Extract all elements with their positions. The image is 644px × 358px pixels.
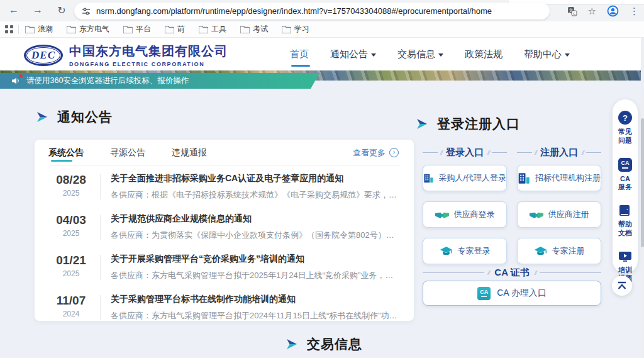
forward-icon[interactable]: → xyxy=(30,3,45,18)
notice-desc: 各供应商：东方电气采购管理平台拟于2024年11月15日上线“标书在线制作”功能… xyxy=(111,310,400,322)
translate-icon[interactable]: 文G xyxy=(567,6,577,16)
bookmark-folder[interactable]: 平台 xyxy=(123,24,151,35)
notice-list-item[interactable]: 01/21 2025 关于开展采购管理平台“竞价采购业务”培训的通知 各供应商：… xyxy=(48,247,400,287)
apps-grid-icon[interactable] xyxy=(5,25,13,33)
divider xyxy=(100,215,101,240)
building-icon xyxy=(423,172,433,184)
url-text[interactable]: nsrm.dongfang.com/platform/runtime/epp/d… xyxy=(96,6,492,16)
company-name-cn: 中国东方电气集团有限公司 xyxy=(69,43,228,60)
ca-badge-icon: CA xyxy=(477,287,491,300)
scrollbar-thumb[interactable] xyxy=(641,118,644,247)
faq-button[interactable]: ? 常见问题 xyxy=(617,107,633,149)
bookmark-folder[interactable]: 东方电气 xyxy=(67,24,109,35)
nav-item-policies[interactable]: 政策法规 xyxy=(465,38,502,70)
notice-desc: 各供应商：根据《电子招标投标系统技术规范》《电子采购交易规范》要求，东方电气采购… xyxy=(111,189,400,201)
menu-dots-icon[interactable]: ⋮ xyxy=(630,6,639,17)
main-nav: 首页 通知公告 交易信息 政策法规 帮助中心 xyxy=(290,38,570,70)
supplier-register-button[interactable]: 供应商注册 xyxy=(517,201,601,228)
bookmark-folder[interactable]: 工具 xyxy=(199,24,226,35)
section-arrow-icon xyxy=(416,118,429,130)
arrow-up-to-top-icon xyxy=(617,281,627,290)
chevron-down-icon xyxy=(371,53,376,57)
notice-list-item[interactable]: 08/28 2025 关于全面推进非招标采购业务CA认证及电子签章应用的通知 各… xyxy=(48,166,400,206)
nav-item-notices[interactable]: 通知公告 xyxy=(330,38,376,70)
section-arrow-icon xyxy=(36,111,49,123)
folder-icon xyxy=(282,26,291,33)
divider xyxy=(100,174,101,199)
back-icon[interactable]: ← xyxy=(6,3,21,18)
folder-icon xyxy=(25,26,35,33)
notice-desc: 各供应商：为贯彻落实《保障中小企业款项支付条例》（国务院令第802号）及《中小企… xyxy=(111,230,400,241)
graduation-cap-icon xyxy=(440,246,453,257)
nav-item-help-center[interactable]: 帮助中心 xyxy=(524,38,570,70)
login-section-title: 登录注册入口 xyxy=(416,115,520,133)
notice-date: 01/21 2025 xyxy=(48,254,94,278)
scrollbar-track[interactable] xyxy=(641,38,644,358)
notice-title[interactable]: 关于全面推进非招标采购业务CA认证及电子签章应用的通知 xyxy=(111,173,400,184)
chevron-down-icon xyxy=(438,53,443,57)
notice-date: 08/28 2025 xyxy=(48,173,94,198)
dec-logo-icon: DEC xyxy=(24,45,63,66)
ca-apply-button[interactable]: CA CA 办理入口 xyxy=(423,281,601,306)
view-more-link[interactable]: 查看更多 › xyxy=(353,147,399,159)
notice-title[interactable]: 关于采购管理平台标书在线制作功能培训的通知 xyxy=(111,294,400,305)
site-header: DEC 中国东方电气集团有限公司 DONGFANG ELECTRIC CORPO… xyxy=(0,38,644,70)
notification-dot xyxy=(19,74,23,78)
register-column-header: // 注册入口 // xyxy=(517,147,601,159)
notice-tabs: 系统公告 寻源公告 违规通报 查看更多 › xyxy=(48,140,400,166)
bookmark-folder[interactable]: 浪潮 xyxy=(25,24,53,35)
company-name-en: DONGFANG ELECTRIC CORPORATION xyxy=(69,61,228,67)
help-docs-button[interactable]: 帮助文档 xyxy=(617,201,633,242)
bookmark-folder[interactable]: 学习 xyxy=(282,24,309,35)
nav-item-home[interactable]: 首页 xyxy=(290,38,309,70)
notice-date: 11/07 2024 xyxy=(48,294,94,318)
notices-section-title: 通知公告 xyxy=(36,108,113,126)
tab-sourcing-notices[interactable]: 寻源公告 xyxy=(110,140,145,165)
bookmark-star-icon[interactable]: ☆ xyxy=(588,6,596,17)
circle-arrow-icon: › xyxy=(389,148,399,157)
browser-toolbar: ← → ↻ nsrm.dongfang.com/platform/runtime… xyxy=(0,0,644,21)
expert-register-button[interactable]: 专家注册 xyxy=(517,238,601,264)
nav-item-trade-info[interactable]: 交易信息 xyxy=(397,38,443,70)
notice-list-item[interactable]: 04/03 2025 关于规范供应商企业规模信息的通知 各供应商：为贯彻落实《保… xyxy=(48,206,400,247)
video-icon xyxy=(618,250,632,263)
handshake-icon xyxy=(530,210,543,220)
site-info-icon[interactable] xyxy=(82,7,91,16)
notice-list-item[interactable]: 11/07 2024 关于采购管理平台标书在线制作功能培训的通知 各供应商：东方… xyxy=(48,287,400,327)
help-doc-icon xyxy=(618,204,632,217)
speaker-icon xyxy=(11,77,20,85)
agency-register-button[interactable]: 招标代理机构注册 xyxy=(517,165,601,191)
company-logo[interactable]: DEC 中国东方电气集团有限公司 DONGFANG ELECTRIC CORPO… xyxy=(24,43,228,67)
question-icon: ? xyxy=(618,111,632,125)
purchaser-login-button[interactable]: 采购人/代理人登录 xyxy=(423,165,507,191)
browser-warning-banner: 请使用360安全浏览器进行后续投标、报价操作 xyxy=(0,73,319,89)
supplier-login-button[interactable]: 供应商登录 xyxy=(423,201,507,228)
divider xyxy=(18,25,19,34)
graduation-cap-icon xyxy=(534,246,547,257)
folder-icon xyxy=(199,26,208,33)
address-bar[interactable]: nsrm.dongfang.com/platform/runtime/epp/d… xyxy=(74,3,550,20)
folder-icon xyxy=(240,26,250,33)
bookmark-folder[interactable]: 前 xyxy=(165,24,185,35)
reload-icon[interactable]: ↻ xyxy=(54,3,69,18)
expert-login-button[interactable]: 专家登录 xyxy=(423,238,507,264)
profile-icon[interactable] xyxy=(607,5,619,17)
svg-text:G: G xyxy=(572,11,575,15)
trade-section-title: 交易信息 xyxy=(286,335,362,353)
notice-title[interactable]: 关于开展采购管理平台“竞价采购业务”培训的通知 xyxy=(111,254,400,265)
login-column-header: // 登录入口 // xyxy=(423,147,507,159)
notice-title[interactable]: 关于规范供应商企业规模信息的通知 xyxy=(111,213,400,225)
notice-date: 04/03 2025 xyxy=(48,213,94,238)
notice-desc: 各供应商：东方电气采购管理平台拟于2025年1月24日上线“竞价采购”业务，为帮… xyxy=(111,270,400,281)
back-to-top-button[interactable] xyxy=(612,276,632,296)
screen: ← → ↻ nsrm.dongfang.com/platform/runtime… xyxy=(0,0,644,358)
notices-card: 系统公告 寻源公告 违规通报 查看更多 › 08/28 2025 关于全面推进非… xyxy=(35,140,414,321)
floating-side-toolbar: ? 常见问题 CA CA服务 帮助文档 培训视频 xyxy=(613,99,638,273)
tab-violation-reports[interactable]: 违规通报 xyxy=(172,140,207,165)
chevron-down-icon xyxy=(565,53,570,57)
tab-system-notices[interactable]: 系统公告 xyxy=(48,140,84,165)
bookmark-folder[interactable]: 考试 xyxy=(240,24,268,35)
divider xyxy=(100,255,101,280)
section-arrow-icon xyxy=(286,338,299,350)
ca-service-button[interactable]: CA CA服务 xyxy=(617,154,633,196)
